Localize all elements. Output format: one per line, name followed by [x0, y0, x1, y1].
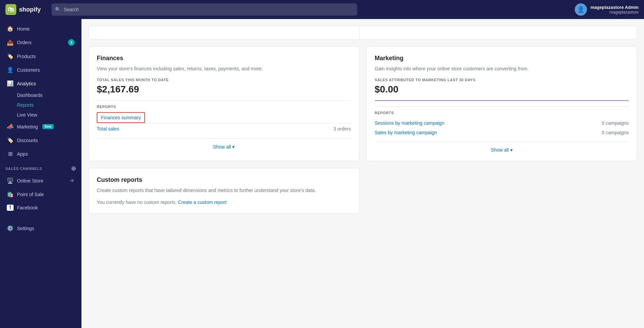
marketing-new-badge: New: [42, 124, 54, 129]
add-sales-channel-icon[interactable]: ⊕: [71, 165, 76, 172]
chevron-down-icon: ▾: [232, 144, 235, 150]
create-custom-report-link[interactable]: Create a custom report: [178, 200, 226, 205]
finances-stat-value: $2,167.69: [97, 84, 351, 95]
sidebar-item-discounts[interactable]: 🏷️ Discounts: [1, 134, 80, 147]
sidebar-label-orders: Orders: [17, 40, 32, 45]
point-of-sale-icon: 🛍️: [7, 191, 14, 197]
sidebar-item-orders[interactable]: 📥 Orders 3: [1, 36, 80, 49]
sales-by-campaign-meta: 0 campaigns: [602, 130, 629, 135]
top-cards-partial: [88, 26, 637, 39]
sales-by-campaign-link[interactable]: Sales by marketing campaign: [375, 130, 437, 135]
marketing-chevron-down-icon: ▾: [510, 147, 513, 153]
products-icon: 🏷️: [7, 53, 14, 59]
sidebar: 🏠 Home 📥 Orders 3 🏷️ Products 👤 Customer…: [0, 19, 81, 328]
sessions-row: Sessions by marketing campaign 0 campaig…: [375, 118, 629, 128]
marketing-divider: [375, 106, 629, 107]
sidebar-item-analytics[interactable]: 📊 Analytics: [1, 77, 80, 90]
custom-reports-desc: Create custom reports that have tailored…: [97, 187, 351, 194]
eye-icon: 👁: [70, 178, 75, 184]
settings-icon: ⚙️: [7, 225, 14, 231]
finances-reports-label: REPORTS: [97, 105, 351, 109]
search-bar[interactable]: 🔍: [52, 3, 357, 16]
marketing-show-all[interactable]: Show all ▾: [375, 141, 629, 153]
total-sales-link[interactable]: Total sales: [97, 126, 119, 132]
marketing-card: Marketing Gain insights into where your …: [366, 46, 638, 161]
search-icon: 🔍: [55, 7, 61, 12]
sales-channels-label: SALES CHANNELS: [5, 167, 42, 171]
sidebar-item-online-store[interactable]: 🖥️ Online Store 👁: [1, 174, 80, 187]
search-input[interactable]: [52, 3, 357, 16]
user-profile[interactable]: 👤 mageplazastore Admin mageplazastore: [575, 3, 639, 16]
marketing-show-all-label: Show all: [491, 147, 509, 153]
home-icon: 🏠: [7, 25, 14, 32]
sidebar-item-facebook[interactable]: f Facebook: [1, 201, 80, 214]
apps-icon: ⊞: [7, 151, 14, 157]
cards-grid: Finances View your store's finances incl…: [88, 46, 637, 161]
sidebar-sub-dashboards[interactable]: Dashboards: [1, 90, 80, 100]
live-view-label: Live View: [17, 112, 37, 118]
total-sales-row: Total sales 3 orders: [97, 123, 351, 134]
sidebar-label-online-store: Online Store: [17, 178, 43, 184]
sidebar-label-settings: Settings: [17, 226, 34, 231]
sidebar-sub-reports[interactable]: Reports: [1, 100, 80, 110]
finances-card-title: Finances: [97, 55, 351, 62]
sessions-meta: 0 campaigns: [602, 120, 629, 126]
sidebar-label-apps: Apps: [17, 151, 28, 157]
shopify-bag-icon: 🛍: [5, 4, 16, 15]
sidebar-item-apps[interactable]: ⊞ Apps: [1, 147, 80, 160]
sidebar-item-point-of-sale[interactable]: 🛍️ Point of Sale: [1, 188, 80, 201]
online-store-icon: 🖥️: [7, 177, 14, 184]
sidebar-item-home[interactable]: 🏠 Home: [1, 22, 80, 35]
finances-divider: [97, 100, 351, 101]
sidebar-item-products[interactable]: 🏷️ Products: [1, 50, 80, 63]
orders-icon: 📥: [7, 39, 14, 46]
avatar: 👤: [575, 3, 587, 16]
custom-reports-empty-text: You currently have no custom reports. Cr…: [97, 200, 351, 205]
facebook-icon: f: [7, 205, 14, 211]
user-name: mageplazastore Admin: [590, 5, 639, 10]
sessions-by-campaign-link[interactable]: Sessions by marketing campaign: [375, 120, 444, 126]
finances-card: Finances View your store's finances incl…: [88, 46, 360, 161]
customers-icon: 👤: [7, 67, 14, 73]
analytics-icon: 📊: [7, 80, 14, 87]
custom-reports-card: Custom reports Create custom reports tha…: [88, 168, 360, 213]
sidebar-label-analytics: Analytics: [17, 81, 36, 86]
no-reports-text: You currently have no custom reports.: [97, 200, 177, 205]
marketing-reports-label: REPORTS: [375, 111, 629, 115]
sales-channels-header: SALES CHANNELS ⊕: [0, 161, 81, 174]
marketing-icon: 📣: [7, 123, 14, 130]
finances-card-desc: View your store's finances including sal…: [97, 65, 351, 72]
logo-text: shopify: [19, 6, 41, 13]
orders-badge: 3: [68, 39, 75, 46]
sidebar-label-customers: Customers: [17, 67, 40, 73]
sidebar-item-settings[interactable]: ⚙️ Settings: [1, 222, 80, 235]
marketing-card-title: Marketing: [375, 55, 629, 62]
sidebar-label-discounts: Discounts: [17, 138, 38, 143]
sidebar-item-customers[interactable]: 👤 Customers: [1, 63, 80, 76]
marketing-chart-line: [375, 100, 629, 101]
finances-show-all-label: Show all: [213, 144, 231, 150]
sidebar-label-products: Products: [17, 54, 36, 59]
logo[interactable]: 🛍 shopify: [5, 4, 46, 15]
marketing-card-desc: Gain insights into where your online sto…: [375, 65, 629, 72]
sales-by-campaign-row: Sales by marketing campaign 0 campaigns: [375, 128, 629, 137]
finances-show-all[interactable]: Show all ▾: [97, 138, 351, 150]
sidebar-item-marketing[interactable]: 📣 Marketing New: [1, 120, 80, 133]
reports-label: Reports: [17, 102, 34, 108]
sidebar-label-home: Home: [17, 26, 30, 32]
discounts-icon: 🏷️: [7, 137, 14, 143]
sidebar-sub-live-view[interactable]: Live View: [1, 110, 80, 120]
dashboards-label: Dashboards: [17, 92, 43, 98]
top-navigation: 🛍 shopify 🔍 👤 mageplazastore Admin magep…: [0, 0, 644, 19]
main-content: Finances View your store's finances incl…: [81, 19, 644, 328]
sidebar-label-facebook: Facebook: [17, 205, 38, 210]
user-store: mageplazastore: [590, 10, 639, 15]
finances-stat-label: TOTAL SALES THIS MONTH TO DATE: [97, 78, 351, 82]
marketing-stat-value: $0.00: [375, 84, 629, 95]
finances-summary-link[interactable]: Finances summary: [97, 112, 145, 123]
total-sales-meta: 3 orders: [333, 126, 351, 132]
sidebar-label-point-of-sale: Point of Sale: [17, 192, 44, 197]
custom-reports-title: Custom reports: [97, 176, 351, 184]
sidebar-label-marketing: Marketing: [17, 124, 38, 130]
marketing-stat-label: SALES ATTRIBUTED TO MARKETING LAST 30 DA…: [375, 78, 629, 82]
